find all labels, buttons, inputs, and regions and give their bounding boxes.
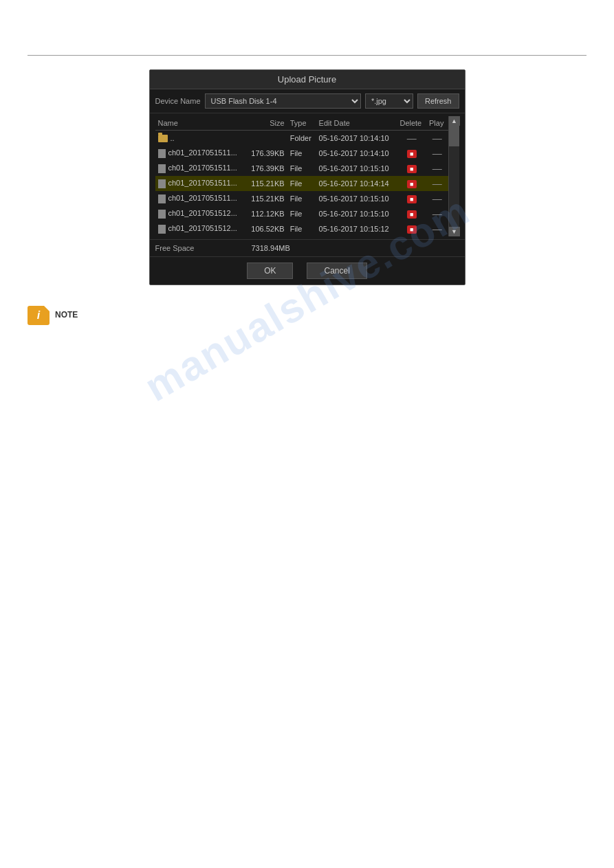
play-dash: — — [431, 133, 443, 144]
file-delete-cell: ■ — [397, 206, 426, 221]
file-date-cell: 05-16-2017 10:15:10 — [316, 161, 397, 176]
file-name-cell: ch01_2017051511... — [155, 161, 246, 176]
file-name-cell: ch01_2017051511... — [155, 146, 246, 161]
file-icon — [158, 225, 166, 234]
file-delete-cell: ■ — [397, 176, 426, 191]
dialog-toolbar: Device Name USB Flash Disk 1-4 *.jpg Ref… — [150, 89, 465, 113]
file-name-cell: ch01_2017051512... — [155, 206, 246, 221]
file-icon — [158, 194, 166, 203]
file-date-cell: 05-16-2017 10:14:14 — [316, 176, 397, 191]
note-icon — [28, 306, 50, 328]
scroll-sidebar: ▲ ▼ — [448, 116, 459, 236]
table-row[interactable]: ch01_2017051511...115.21KBFile05-16-2017… — [155, 191, 448, 206]
dialog-title-bar: Upload Picture — [150, 70, 465, 89]
file-name-text: ch01_2017051511... — [168, 164, 237, 172]
scroll-thumb[interactable] — [449, 126, 459, 146]
file-type-cell: File — [287, 221, 316, 236]
play-dash[interactable]: — — [431, 178, 443, 189]
file-name-cell: .. — [155, 131, 246, 146]
ok-button[interactable]: OK — [247, 263, 293, 279]
play-dash[interactable]: — — [431, 148, 443, 159]
file-play-cell: — — [426, 131, 448, 146]
dialog-overlay: Upload Picture Device Name USB Flash Dis… — [28, 69, 586, 285]
note-icon-corner — [44, 306, 50, 311]
file-table: Name Size Type Edit Date Delete Play ..F… — [155, 116, 448, 236]
file-type-cell: File — [287, 146, 316, 161]
file-delete-cell: ■ — [397, 161, 426, 176]
delete-button[interactable]: ■ — [407, 150, 417, 158]
cancel-button[interactable]: Cancel — [307, 263, 366, 279]
upload-picture-dialog: Upload Picture Device Name USB Flash Dis… — [149, 69, 465, 285]
file-type-cell: File — [287, 191, 316, 206]
note-section: NOTE — [28, 306, 586, 328]
file-icon — [158, 164, 166, 173]
dialog-title: Upload Picture — [278, 74, 336, 85]
note-icon-inner — [28, 306, 50, 325]
file-name-text: ch01_2017051511... — [168, 194, 237, 202]
file-name-text: ch01_2017051512... — [168, 224, 237, 232]
delete-dash: — — [406, 133, 418, 144]
table-row[interactable]: ch01_2017051512...106.52KBFile05-16-2017… — [155, 221, 448, 236]
table-row[interactable]: ch01_2017051511...176.39KBFile05-16-2017… — [155, 161, 448, 176]
file-icon — [158, 179, 166, 188]
file-size-cell — [245, 131, 287, 146]
scroll-up-arrow[interactable]: ▲ — [449, 116, 460, 126]
file-date-cell: 05-16-2017 10:14:10 — [316, 131, 397, 146]
delete-button[interactable]: ■ — [407, 165, 417, 173]
col-header-type: Type — [287, 116, 316, 131]
page-container: Upload Picture Device Name USB Flash Dis… — [0, 0, 614, 868]
file-type-cell: File — [287, 206, 316, 221]
file-delete-cell: ■ — [397, 191, 426, 206]
play-dash[interactable]: — — [431, 208, 443, 219]
file-name-text: .. — [171, 134, 175, 142]
file-size-cell: 176.39KB — [245, 146, 287, 161]
file-delete-cell: ■ — [397, 221, 426, 236]
device-select[interactable]: USB Flash Disk 1-4 — [205, 93, 361, 109]
note-label: NOTE — [55, 306, 78, 320]
file-size-cell: 115.21KB — [245, 191, 287, 206]
col-header-editdate: Edit Date — [316, 116, 397, 131]
refresh-button[interactable]: Refresh — [417, 93, 459, 109]
table-scroll-wrapper: Name Size Type Edit Date Delete Play ..F… — [155, 116, 448, 236]
file-type-cell: Folder — [287, 131, 316, 146]
file-list-container: Name Size Type Edit Date Delete Play ..F… — [150, 113, 465, 239]
delete-button[interactable]: ■ — [407, 195, 417, 203]
file-name-cell: ch01_2017051512... — [155, 221, 246, 236]
delete-button[interactable]: ■ — [407, 180, 417, 188]
file-date-cell: 05-16-2017 10:15:12 — [316, 221, 397, 236]
file-play-cell: — — [426, 146, 448, 161]
table-row[interactable]: ch01_2017051511...176.39KBFile05-16-2017… — [155, 146, 448, 161]
table-row[interactable]: ch01_2017051511...115.21KBFile05-16-2017… — [155, 176, 448, 191]
table-row[interactable]: ch01_2017051512...112.12KBFile05-16-2017… — [155, 206, 448, 221]
file-icon — [158, 210, 166, 219]
col-header-name: Name — [155, 116, 246, 131]
delete-button[interactable]: ■ — [407, 210, 417, 219]
play-dash[interactable]: — — [431, 163, 443, 174]
file-delete-cell: — — [397, 131, 426, 146]
file-delete-cell: ■ — [397, 146, 426, 161]
free-space-row: Free Space 7318.94MB — [150, 239, 465, 256]
file-play-cell: — — [426, 191, 448, 206]
file-size-cell: 176.39KB — [245, 161, 287, 176]
file-name-text: ch01_2017051512... — [168, 209, 237, 217]
free-space-label: Free Space — [155, 244, 238, 252]
file-name-text: ch01_2017051511... — [168, 179, 237, 187]
delete-button[interactable]: ■ — [407, 225, 417, 234]
filter-select[interactable]: *.jpg — [365, 93, 413, 109]
file-icon — [158, 149, 166, 158]
col-header-delete: Delete — [397, 116, 426, 131]
col-header-play: Play — [426, 116, 448, 131]
table-row[interactable]: ..Folder05-16-2017 10:14:10—— — [155, 131, 448, 146]
scroll-track — [449, 126, 459, 227]
file-date-cell: 05-16-2017 10:14:10 — [316, 146, 397, 161]
file-date-cell: 05-16-2017 10:15:10 — [316, 191, 397, 206]
play-dash[interactable]: — — [431, 193, 443, 204]
file-size-cell: 112.12KB — [245, 206, 287, 221]
play-dash[interactable]: — — [431, 223, 443, 234]
free-space-value: 7318.94MB — [252, 244, 290, 252]
file-date-cell: 05-16-2017 10:15:10 — [316, 206, 397, 221]
file-play-cell: — — [426, 206, 448, 221]
top-divider — [28, 55, 586, 56]
scroll-down-arrow[interactable]: ▼ — [449, 227, 460, 236]
file-play-cell: — — [426, 176, 448, 191]
